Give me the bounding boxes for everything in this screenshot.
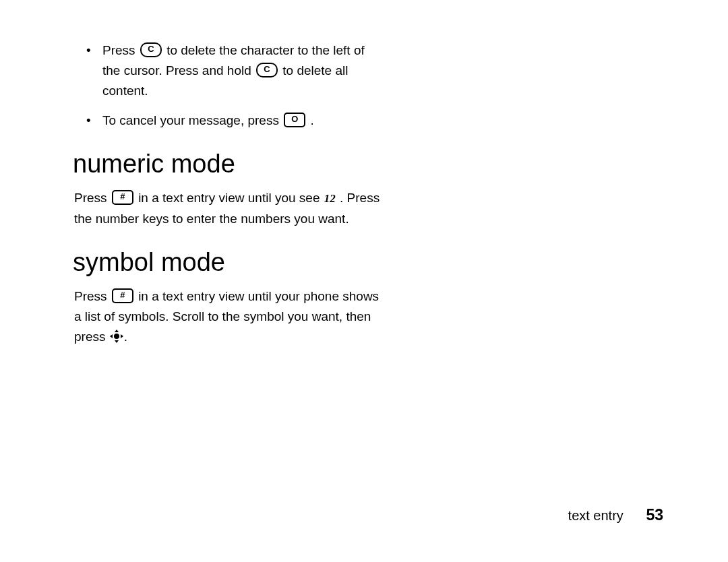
center-select-icon xyxy=(111,330,123,342)
bullet-list: Press C to delete the character to the l… xyxy=(74,40,384,131)
text-run: Press xyxy=(74,289,111,303)
body-column: Press C to delete the character to the l… xyxy=(74,40,384,361)
paragraph: Press # in a text entry view until you s… xyxy=(74,188,384,229)
text-run: Press xyxy=(102,43,139,57)
footer-section-label: text entry xyxy=(568,508,624,523)
text-run: in a text entry view until you see xyxy=(138,191,324,205)
heading-symbol-mode: symbol mode xyxy=(73,248,384,277)
mode-indicator-icon: 12 xyxy=(324,189,336,209)
manual-page: Press C to delete the character to the l… xyxy=(0,0,728,562)
heading-numeric-mode: numeric mode xyxy=(73,150,384,179)
text-run: . xyxy=(124,330,127,344)
text-run: To cancel your message, press xyxy=(102,113,282,127)
paragraph: Press # in a text entry view until your … xyxy=(74,286,384,347)
hash-key-icon: # xyxy=(112,288,133,303)
list-item: To cancel your message, press O . xyxy=(102,111,384,131)
end-key-icon: O xyxy=(284,113,305,127)
page-number: 53 xyxy=(646,506,663,524)
list-item: Press C to delete the character to the l… xyxy=(102,40,384,101)
delete-key-icon: C xyxy=(256,63,278,77)
text-run: Press xyxy=(74,191,111,205)
hash-key-icon: # xyxy=(112,190,133,205)
delete-key-icon: C xyxy=(140,42,162,57)
text-run: . xyxy=(310,113,313,127)
page-footer: text entry 53 xyxy=(568,506,663,524)
